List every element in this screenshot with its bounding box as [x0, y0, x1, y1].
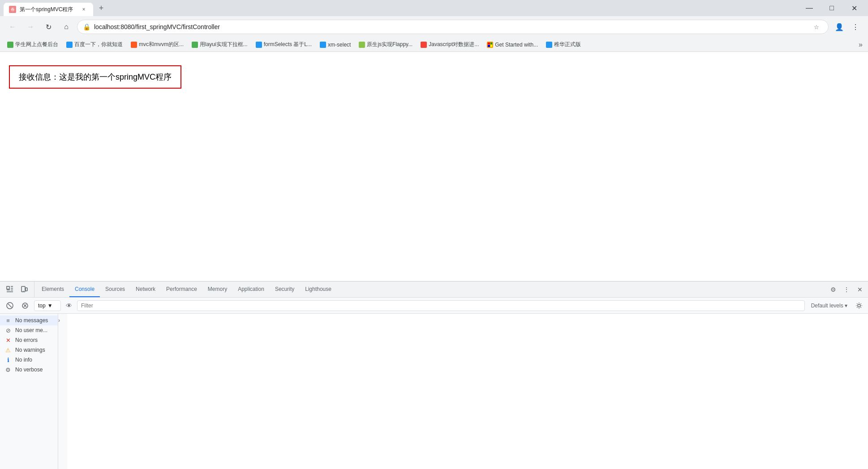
user-messages-icon: ⊘	[4, 327, 12, 334]
bookmark-icon-0	[7, 42, 13, 48]
devtools-right-icons: ⚙ ⋮ ✕	[825, 283, 868, 296]
bookmark-item-4[interactable]: formSelects 基于L...	[252, 39, 315, 50]
sidebar-item-errors[interactable]: ✕ No errors	[0, 335, 58, 345]
sidebar-item-verbose[interactable]: ⚙ No verbose	[0, 365, 58, 375]
tab-elements[interactable]: Elements	[36, 281, 69, 297]
bookmark-label-2: mvc和mvvm的区...	[139, 41, 184, 48]
bookmark-label-8: Get Started with...	[495, 42, 538, 48]
verbose-icon: ⚙	[4, 366, 12, 373]
devtools-settings-button[interactable]: ⚙	[827, 283, 839, 296]
tab-console[interactable]: Console	[69, 281, 100, 297]
svg-rect-7	[26, 288, 27, 291]
forward-button[interactable]: →	[23, 20, 38, 34]
messages-label: No messages	[15, 317, 48, 324]
nav-right: 👤 ⋮	[832, 20, 863, 34]
verbose-label: No verbose	[15, 367, 43, 373]
svg-rect-0	[7, 286, 9, 289]
sidebar-item-messages[interactable]: ≡ No messages	[0, 316, 58, 325]
account-button[interactable]: 👤	[832, 20, 847, 34]
tab-close-button[interactable]: ×	[80, 5, 88, 13]
bookmark-item-8[interactable]: Get Started with...	[483, 39, 541, 50]
new-tab-button[interactable]: +	[95, 2, 107, 14]
bookmark-icon-1	[66, 42, 73, 48]
info-label: No info	[15, 357, 32, 363]
eye-icon[interactable]: 👁	[64, 300, 74, 311]
bookmark-label-1: 百度一下，你就知道	[74, 41, 123, 48]
devtools-close-button[interactable]: ✕	[854, 283, 866, 296]
bookmarks-more-button[interactable]: »	[857, 41, 864, 49]
device-toolbar-button[interactable]	[18, 283, 30, 296]
bookmark-icon-4	[256, 42, 262, 48]
default-levels-dropdown[interactable]: Default levels ▾	[808, 300, 851, 311]
svg-point-14	[858, 304, 860, 307]
page-message-text: 接收信息：这是我的第一个springMVC程序	[19, 72, 172, 81]
filter-input[interactable]	[77, 300, 805, 311]
bookmark-item-3[interactable]: 用layui实现下拉框...	[188, 39, 251, 50]
bookmark-icon-6	[359, 42, 365, 48]
svg-point-8	[23, 290, 24, 291]
bookmark-label-0: 学生网上点餐后台	[15, 41, 58, 48]
tab-performance[interactable]: Performance	[161, 281, 202, 297]
bookmark-icon-3	[192, 42, 198, 48]
bookmark-label-5: xm-select	[328, 42, 351, 48]
console-clear-button[interactable]	[4, 299, 16, 312]
close-button[interactable]: ✕	[844, 1, 864, 15]
sidebar-item-warnings[interactable]: ⚠ No warnings	[0, 345, 58, 355]
bookmark-item-2[interactable]: mvc和mvvm的区...	[127, 39, 187, 50]
bookmarks-bar: 学生网上点餐后台 百度一下，你就知道 mvc和mvvm的区... 用layui实…	[0, 38, 868, 52]
star-button[interactable]: ☆	[810, 21, 823, 33]
console-settings-button[interactable]	[854, 300, 864, 311]
title-bar: 春 第一个springMVC程序 × + — □ ✕	[0, 0, 868, 16]
tab-memory[interactable]: Memory	[202, 281, 232, 297]
bookmark-item-7[interactable]: Javascript对数据进...	[417, 39, 482, 50]
active-tab[interactable]: 春 第一个springMVC程序 ×	[4, 3, 93, 16]
content-area: 接收信息：这是我的第一个springMVC程序 Elements Console	[0, 52, 868, 469]
errors-icon: ✕	[4, 337, 12, 344]
minimize-button[interactable]: —	[799, 1, 820, 15]
warnings-label: No warnings	[15, 347, 45, 353]
maximize-button[interactable]: □	[821, 1, 842, 15]
bookmark-item-9[interactable]: 稚华正式版	[542, 39, 584, 50]
svg-line-10	[8, 304, 12, 307]
bookmark-label-6: 原生js实现Flappy...	[367, 41, 413, 48]
bookmark-label-3: 用layui实现下拉框...	[200, 41, 248, 48]
menu-button[interactable]: ⋮	[848, 20, 863, 34]
chevron-down-icon: ▼	[47, 303, 53, 309]
bookmark-item-0[interactable]: 学生网上点餐后台	[4, 39, 62, 50]
devtools-more-button[interactable]: ⋮	[840, 283, 853, 296]
tab-sources[interactable]: Sources	[100, 281, 130, 297]
bookmark-icon-7	[421, 42, 427, 48]
sidebar-expand-area: ›	[58, 314, 67, 469]
context-value: top	[38, 303, 46, 309]
nav-bar: ← → ↻ ⌂ 🔒 localhost:8080/first_springMVC…	[0, 16, 868, 38]
tab-network[interactable]: Network	[130, 281, 161, 297]
context-selector[interactable]: top ▼	[34, 300, 61, 311]
back-button[interactable]: ←	[5, 20, 20, 34]
bookmark-icon-9	[546, 42, 552, 48]
sidebar-expand-button[interactable]: ›	[58, 317, 60, 324]
address-bar[interactable]: 🔒 localhost:8080/first_springMVC/firstCo…	[77, 20, 829, 34]
tab-lighthouse[interactable]: Lighthouse	[300, 281, 337, 297]
tab-title: 第一个springMVC程序	[20, 6, 76, 13]
inspect-element-button[interactable]	[4, 283, 16, 296]
sidebar-item-info[interactable]: ℹ No info	[0, 355, 58, 365]
messages-icon: ≡	[4, 317, 12, 324]
bookmark-label-7: Javascript对数据进...	[429, 41, 479, 48]
tab-security[interactable]: Security	[270, 281, 300, 297]
address-actions: ☆	[810, 21, 823, 33]
console-sidebar: ≡ No messages ⊘ No user me... ✕ No error…	[0, 314, 58, 469]
console-filter-toggle[interactable]	[19, 299, 31, 312]
lock-icon: 🔒	[83, 23, 90, 30]
bookmark-item-6[interactable]: 原生js实现Flappy...	[355, 39, 416, 50]
bookmark-item-1[interactable]: 百度一下，你就知道	[63, 39, 126, 50]
bookmark-icon-8	[487, 42, 493, 48]
sidebar-item-user-messages[interactable]: ⊘ No user me...	[0, 325, 58, 335]
bookmark-item-5[interactable]: xm-select	[316, 39, 354, 50]
console-main-area	[67, 314, 868, 469]
tab-application[interactable]: Application	[232, 281, 270, 297]
refresh-button[interactable]: ↻	[41, 20, 56, 34]
home-button[interactable]: ⌂	[59, 20, 73, 34]
window-controls: — □ ✕	[799, 1, 864, 15]
user-messages-label: No user me...	[15, 327, 47, 333]
browser-frame: 春 第一个springMVC程序 × + — □ ✕ ← → ↻ ⌂ 🔒 loc…	[0, 0, 868, 469]
